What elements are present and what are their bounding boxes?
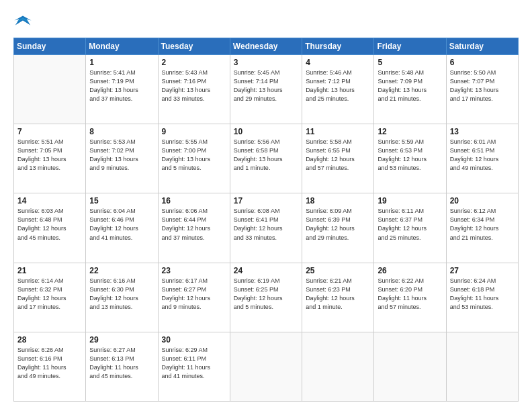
calendar-cell: 3Sunrise: 5:45 AM Sunset: 7:14 PM Daylig… <box>230 55 302 124</box>
calendar-cell: 30Sunrise: 6:29 AM Sunset: 6:11 PM Dayli… <box>158 332 230 401</box>
calendar-cell: 8Sunrise: 5:53 AM Sunset: 7:02 PM Daylig… <box>86 124 158 193</box>
calendar-cell <box>230 332 302 401</box>
calendar-cell <box>302 332 374 401</box>
day-number: 22 <box>89 266 154 275</box>
calendar-week: 7Sunrise: 5:51 AM Sunset: 7:05 PM Daylig… <box>14 124 519 193</box>
day-number: 30 <box>162 335 226 345</box>
logo <box>13 12 35 31</box>
day-info: Sunrise: 6:06 AM Sunset: 6:44 PM Dayligh… <box>162 207 226 242</box>
day-info: Sunrise: 6:03 AM Sunset: 6:48 PM Dayligh… <box>17 207 82 242</box>
calendar-cell: 7Sunrise: 5:51 AM Sunset: 7:05 PM Daylig… <box>14 124 86 193</box>
calendar-cell: 15Sunrise: 6:04 AM Sunset: 6:46 PM Dayli… <box>86 193 158 263</box>
calendar-week: 1Sunrise: 5:41 AM Sunset: 7:19 PM Daylig… <box>14 55 519 124</box>
day-info: Sunrise: 6:19 AM Sunset: 6:25 PM Dayligh… <box>234 277 298 312</box>
day-number: 1 <box>89 58 154 67</box>
day-number: 27 <box>450 266 515 275</box>
day-number: 26 <box>378 266 442 275</box>
day-info: Sunrise: 6:26 AM Sunset: 6:16 PM Dayligh… <box>17 346 82 381</box>
day-info: Sunrise: 6:01 AM Sunset: 6:51 PM Dayligh… <box>450 138 515 173</box>
weekday-header: Thursday <box>302 38 374 55</box>
calendar-cell <box>14 55 86 124</box>
day-info: Sunrise: 6:14 AM Sunset: 6:32 PM Dayligh… <box>17 277 82 312</box>
header <box>13 12 519 31</box>
day-info: Sunrise: 6:27 AM Sunset: 6:13 PM Dayligh… <box>89 346 154 381</box>
day-info: Sunrise: 6:16 AM Sunset: 6:30 PM Dayligh… <box>89 277 154 312</box>
calendar-cell: 21Sunrise: 6:14 AM Sunset: 6:32 PM Dayli… <box>14 263 86 332</box>
calendar-cell: 1Sunrise: 5:41 AM Sunset: 7:19 PM Daylig… <box>86 55 158 124</box>
calendar-week: 14Sunrise: 6:03 AM Sunset: 6:48 PM Dayli… <box>14 193 519 263</box>
day-info: Sunrise: 6:12 AM Sunset: 6:34 PM Dayligh… <box>450 207 515 242</box>
calendar-cell: 5Sunrise: 5:48 AM Sunset: 7:09 PM Daylig… <box>374 55 446 124</box>
calendar-cell <box>446 332 518 401</box>
day-info: Sunrise: 5:59 AM Sunset: 6:53 PM Dayligh… <box>378 138 442 173</box>
day-number: 20 <box>450 196 515 205</box>
calendar-cell: 28Sunrise: 6:26 AM Sunset: 6:16 PM Dayli… <box>14 332 86 401</box>
day-number: 28 <box>17 335 82 345</box>
calendar-cell: 27Sunrise: 6:24 AM Sunset: 6:18 PM Dayli… <box>446 263 518 332</box>
day-info: Sunrise: 6:17 AM Sunset: 6:27 PM Dayligh… <box>162 277 226 312</box>
calendar-week: 28Sunrise: 6:26 AM Sunset: 6:16 PM Dayli… <box>14 332 519 401</box>
calendar-cell: 4Sunrise: 5:46 AM Sunset: 7:12 PM Daylig… <box>302 55 374 124</box>
day-info: Sunrise: 5:46 AM Sunset: 7:12 PM Dayligh… <box>306 68 370 103</box>
day-number: 12 <box>378 127 442 136</box>
day-info: Sunrise: 5:55 AM Sunset: 7:00 PM Dayligh… <box>162 138 226 173</box>
day-number: 13 <box>450 127 515 136</box>
calendar-cell: 17Sunrise: 6:08 AM Sunset: 6:41 PM Dayli… <box>230 193 302 263</box>
logo-icon <box>13 12 32 31</box>
day-info: Sunrise: 6:09 AM Sunset: 6:39 PM Dayligh… <box>306 207 370 242</box>
day-number: 4 <box>306 58 370 67</box>
day-info: Sunrise: 6:08 AM Sunset: 6:41 PM Dayligh… <box>234 207 298 242</box>
day-number: 21 <box>17 266 82 275</box>
calendar-cell: 20Sunrise: 6:12 AM Sunset: 6:34 PM Dayli… <box>446 193 518 263</box>
day-number: 25 <box>306 266 370 275</box>
day-info: Sunrise: 6:11 AM Sunset: 6:37 PM Dayligh… <box>378 207 442 242</box>
day-number: 7 <box>17 127 82 136</box>
calendar-cell <box>374 332 446 401</box>
day-number: 10 <box>234 127 298 136</box>
day-info: Sunrise: 6:22 AM Sunset: 6:20 PM Dayligh… <box>378 277 442 312</box>
calendar-cell: 29Sunrise: 6:27 AM Sunset: 6:13 PM Dayli… <box>86 332 158 401</box>
calendar-header: SundayMondayTuesdayWednesdayThursdayFrid… <box>14 38 519 55</box>
day-info: Sunrise: 5:45 AM Sunset: 7:14 PM Dayligh… <box>234 68 298 103</box>
day-number: 23 <box>162 266 226 275</box>
day-number: 5 <box>378 58 442 67</box>
calendar-cell: 19Sunrise: 6:11 AM Sunset: 6:37 PM Dayli… <box>374 193 446 263</box>
weekday-header: Tuesday <box>158 38 230 55</box>
weekday-header: Wednesday <box>230 38 302 55</box>
calendar-cell: 10Sunrise: 5:56 AM Sunset: 6:58 PM Dayli… <box>230 124 302 193</box>
day-number: 2 <box>162 58 226 67</box>
calendar-cell: 9Sunrise: 5:55 AM Sunset: 7:00 PM Daylig… <box>158 124 230 193</box>
day-info: Sunrise: 5:53 AM Sunset: 7:02 PM Dayligh… <box>89 138 154 173</box>
day-info: Sunrise: 6:04 AM Sunset: 6:46 PM Dayligh… <box>89 207 154 242</box>
calendar-cell: 12Sunrise: 5:59 AM Sunset: 6:53 PM Dayli… <box>374 124 446 193</box>
day-info: Sunrise: 5:56 AM Sunset: 6:58 PM Dayligh… <box>234 138 298 173</box>
calendar-cell: 26Sunrise: 6:22 AM Sunset: 6:20 PM Dayli… <box>374 263 446 332</box>
calendar-week: 21Sunrise: 6:14 AM Sunset: 6:32 PM Dayli… <box>14 263 519 332</box>
day-number: 18 <box>306 196 370 205</box>
day-number: 11 <box>306 127 370 136</box>
day-info: Sunrise: 5:58 AM Sunset: 6:55 PM Dayligh… <box>306 138 370 173</box>
day-info: Sunrise: 5:43 AM Sunset: 7:16 PM Dayligh… <box>162 68 226 103</box>
calendar-cell: 6Sunrise: 5:50 AM Sunset: 7:07 PM Daylig… <box>446 55 518 124</box>
weekday-header: Friday <box>374 38 446 55</box>
day-number: 14 <box>17 196 82 205</box>
day-number: 17 <box>234 196 298 205</box>
calendar-cell: 13Sunrise: 6:01 AM Sunset: 6:51 PM Dayli… <box>446 124 518 193</box>
day-number: 8 <box>89 127 154 136</box>
weekday-header: Sunday <box>14 38 86 55</box>
day-info: Sunrise: 5:48 AM Sunset: 7:09 PM Dayligh… <box>378 68 442 103</box>
weekday-header: Saturday <box>446 38 518 55</box>
calendar-cell: 16Sunrise: 6:06 AM Sunset: 6:44 PM Dayli… <box>158 193 230 263</box>
calendar-cell: 14Sunrise: 6:03 AM Sunset: 6:48 PM Dayli… <box>14 193 86 263</box>
weekday-header: Monday <box>86 38 158 55</box>
day-number: 3 <box>234 58 298 67</box>
day-number: 16 <box>162 196 226 205</box>
svg-marker-0 <box>14 16 31 26</box>
calendar-cell: 23Sunrise: 6:17 AM Sunset: 6:27 PM Dayli… <box>158 263 230 332</box>
day-number: 24 <box>234 266 298 275</box>
day-info: Sunrise: 5:50 AM Sunset: 7:07 PM Dayligh… <box>450 68 515 103</box>
day-number: 6 <box>450 58 515 67</box>
calendar: SundayMondayTuesdayWednesdayThursdayFrid… <box>13 38 519 402</box>
day-info: Sunrise: 6:29 AM Sunset: 6:11 PM Dayligh… <box>162 346 226 381</box>
calendar-body: 1Sunrise: 5:41 AM Sunset: 7:19 PM Daylig… <box>14 55 519 402</box>
